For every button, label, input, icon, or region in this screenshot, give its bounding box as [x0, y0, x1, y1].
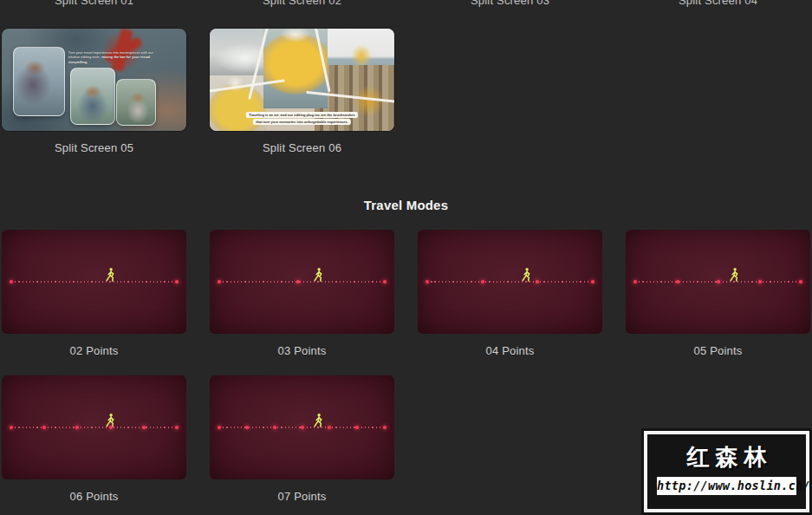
waypoint-dot	[296, 280, 300, 284]
travel-mode-thumbnail[interactable]	[210, 230, 394, 334]
waypoint-dot	[799, 280, 802, 284]
waypoint-dot	[245, 426, 249, 429]
top-split-screen-label: Split Screen 04	[626, 0, 810, 8]
waypoint-dot	[10, 280, 13, 284]
waypoint-dot	[383, 426, 387, 429]
waypoint-dot	[10, 426, 13, 429]
waypoint-dot	[383, 280, 387, 284]
travel-mode-thumbnail[interactable]	[418, 230, 602, 334]
waypoint-dot	[301, 426, 304, 429]
waypoint-dot	[142, 426, 146, 429]
split-screen-05-label: Split Screen 05	[2, 141, 186, 155]
walking-person-icon	[521, 267, 532, 283]
travel-mode-thumbnail[interactable]	[626, 230, 810, 334]
waypoint-dot	[175, 426, 179, 429]
walking-person-icon	[313, 413, 324, 428]
waypoint-dot	[218, 426, 221, 429]
dotted-path-line	[11, 281, 178, 283]
waypoint-dot	[75, 426, 79, 429]
split-screen-06-thumbnail[interactable]: Traveling is an art, and our editing plu…	[210, 29, 394, 131]
split-screen-06-label: Split Screen 06	[210, 141, 394, 155]
travel-modes-heading: Travel Modes	[0, 198, 812, 212]
waypoint-dot	[481, 280, 484, 284]
travel-mode-thumbnail[interactable]	[2, 230, 186, 334]
waypoint-dot	[355, 426, 359, 429]
thumbnail-caption: Traveling is an art, and our editing plu…	[228, 111, 375, 125]
walking-person-icon	[313, 267, 324, 283]
waypoint-dot	[328, 426, 331, 429]
travel-mode-label: 03 Points	[210, 344, 394, 358]
waypoint-dot	[273, 426, 276, 429]
watermark-url: http://www.hoslin.cn/	[657, 477, 796, 495]
travel-mode-label: 02 Points	[2, 344, 186, 358]
waypoint-dot	[175, 280, 179, 284]
waypoint-dot	[42, 426, 46, 429]
travel-mode-thumbnail[interactable]	[210, 375, 394, 479]
waypoint-dot	[633, 280, 637, 284]
walking-person-icon	[105, 267, 116, 283]
photo-frame	[70, 68, 115, 125]
thumbnail-caption: Turn your travel experiences into master…	[68, 50, 155, 65]
split-screen-05-thumbnail[interactable]: Turn your travel experiences into master…	[2, 29, 186, 131]
template-browser: Split Screen 01Split Screen 02Split Scre…	[0, 0, 812, 515]
watermark-logo-text: 红森林	[647, 442, 806, 473]
dotted-path-line	[427, 281, 594, 283]
top-split-screen-label: Split Screen 02	[210, 0, 394, 8]
travel-mode-label: 07 Points	[210, 490, 394, 504]
waypoint-dot	[717, 280, 720, 284]
waypoint-dot	[109, 426, 113, 429]
waypoint-dot	[425, 280, 429, 284]
waypoint-dot	[536, 280, 539, 284]
photo-frame	[116, 79, 156, 126]
waypoint-dot	[676, 280, 679, 284]
travel-mode-label: 05 Points	[626, 344, 810, 358]
photo-frame	[13, 47, 65, 116]
waypoint-dot	[591, 280, 594, 284]
top-split-screen-label: Split Screen 03	[418, 0, 602, 8]
walking-person-icon	[729, 267, 740, 283]
top-split-screen-label: Split Screen 01	[2, 0, 186, 8]
dotted-path-line	[11, 427, 178, 428]
waypoint-dot	[758, 280, 762, 284]
waypoint-dot	[218, 280, 221, 284]
watermark-box: 红森林 http://www.hoslin.cn/	[644, 431, 809, 512]
travel-mode-label: 06 Points	[2, 490, 186, 504]
travel-mode-thumbnail[interactable]	[2, 375, 186, 479]
dotted-path-line	[219, 281, 386, 283]
travel-mode-label: 04 Points	[418, 344, 602, 358]
